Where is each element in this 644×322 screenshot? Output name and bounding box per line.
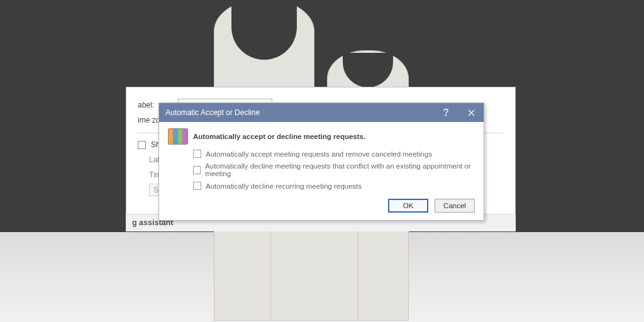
checkbox[interactable] xyxy=(193,166,201,174)
show-checkbox[interactable] xyxy=(138,141,146,149)
close-icon xyxy=(468,109,475,116)
ok-button[interactable]: OK xyxy=(388,199,428,213)
help-button[interactable] xyxy=(433,103,458,122)
option-decline-conflicts[interactable]: Automatically decline meeting requests t… xyxy=(193,162,475,177)
svg-point-0 xyxy=(445,114,447,116)
option-auto-accept[interactable]: Automatically accept meeting requests an… xyxy=(193,150,475,158)
option-label: Automatically decline recurring meeting … xyxy=(206,182,362,190)
option-label: Automatically accept meeting requests an… xyxy=(206,150,432,158)
auto-accept-decline-dialog: Automatic Accept or Decline Automaticall… xyxy=(158,103,484,221)
dialog-titlebar: Automatic Accept or Decline xyxy=(159,103,484,122)
checkbox[interactable] xyxy=(193,182,201,190)
help-icon xyxy=(442,108,450,117)
calendar-options-icon xyxy=(168,128,188,145)
checkbox[interactable] xyxy=(193,150,201,158)
dialog-title: Automatic Accept or Decline xyxy=(165,108,433,117)
option-decline-recurring[interactable]: Automatically decline recurring meeting … xyxy=(193,182,475,190)
dialog-header-text: Automatically accept or decline meeting … xyxy=(193,133,365,140)
cancel-button[interactable]: Cancel xyxy=(435,199,475,213)
option-label: Automatically decline meeting requests t… xyxy=(205,162,475,177)
close-button[interactable] xyxy=(458,103,484,122)
